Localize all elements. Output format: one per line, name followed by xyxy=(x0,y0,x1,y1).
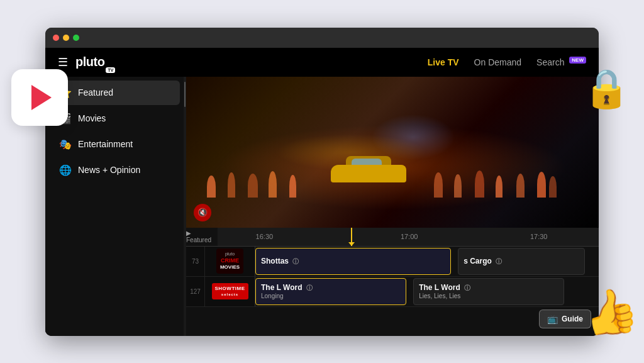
browser-dot-green[interactable] xyxy=(73,35,79,41)
car-body xyxy=(331,165,406,182)
content-area: ⭐ Featured 🎬 Movies 🎭 Entertainment 🌐 Ne… xyxy=(45,77,599,336)
program-subtitle-longing: Longing xyxy=(261,293,401,299)
guide-tv-icon: 📺 xyxy=(547,314,558,324)
hamburger-menu-button[interactable]: ☰ xyxy=(58,55,68,69)
program-title-cargo: s Cargo ⓘ xyxy=(464,257,579,266)
showtime-logo: SHOWTIME selects xyxy=(212,283,248,299)
sidebar-item-entertainment[interactable]: 🎭 Entertainment xyxy=(49,132,180,157)
program-title-lword1: The L Word ⓘ xyxy=(261,283,401,293)
crime-label: CRIME xyxy=(220,257,240,265)
program-lword-lies[interactable]: The L Word ⓘ Lies, Lies, Lies xyxy=(413,278,564,305)
sidebar-item-label-news: News + Opinion xyxy=(78,165,140,175)
crowd-scene xyxy=(186,77,599,228)
channel-row-73: 73 pluto CRIME MOVIES xyxy=(186,247,599,277)
timeline-header: ▶ Featured 16:30 17:00 17:30 xyxy=(186,228,599,247)
channel-logo-showtime: SHOWTIME selects xyxy=(205,277,255,306)
channels-list: 73 pluto CRIME MOVIES xyxy=(186,247,599,336)
mute-button[interactable]: 🔇 xyxy=(194,204,211,221)
info-icon-cargo[interactable]: ⓘ xyxy=(496,258,502,265)
news-icon: 🌐 xyxy=(59,164,72,176)
nav-link-search[interactable]: Search NEW xyxy=(536,57,586,67)
deco-play-icon xyxy=(11,69,68,126)
timeline-times: 16:30 17:00 17:30 xyxy=(218,228,599,246)
top-navigation: ☰ pluto TV Live TV On Demand Search NEW xyxy=(45,48,599,77)
program-title-shottas: Shottas ⓘ xyxy=(261,257,445,266)
guide-area: ▶ Featured 16:30 17:00 17:30 xyxy=(186,228,599,336)
pluto-label: pluto xyxy=(220,251,240,257)
logo: pluto TV xyxy=(75,55,115,69)
crime-movies-logo: pluto CRIME MOVIES xyxy=(216,249,243,273)
sidebar-item-label-movies: Movies xyxy=(78,113,106,123)
logo-tv-badge: TV xyxy=(106,67,115,73)
time-1730: 17:30 xyxy=(530,233,548,240)
program-title-lword2: The L Word ⓘ xyxy=(419,283,558,293)
search-new-badge: NEW xyxy=(569,57,586,64)
channel-number-127: 127 xyxy=(186,277,205,306)
nav-links: Live TV On Demand Search NEW xyxy=(428,57,586,67)
nav-link-on-demand[interactable]: On Demand xyxy=(474,57,521,67)
main-area: 🔇 ▶ Featured 16:30 xyxy=(186,77,599,336)
guide-button-label: Guide xyxy=(562,315,583,323)
channel-number-73: 73 xyxy=(186,247,205,276)
car-scene xyxy=(331,154,406,182)
video-player[interactable]: 🔇 xyxy=(186,77,599,228)
mute-icon: 🔇 xyxy=(197,208,208,217)
scroll-thumb xyxy=(184,82,186,107)
browser-window: ☰ pluto TV Live TV On Demand Search NEW … xyxy=(45,28,599,336)
deco-lock-icon: 🔒 xyxy=(583,66,630,111)
sidebar-item-movies[interactable]: 🎬 Movies xyxy=(49,106,180,131)
current-time-marker xyxy=(351,228,352,246)
timeline-label-area: ▶ Featured xyxy=(186,228,218,246)
nav-link-live-tv[interactable]: Live TV xyxy=(428,57,459,67)
app-container: ☰ pluto TV Live TV On Demand Search NEW … xyxy=(45,48,599,336)
movies-label: MOVIES xyxy=(220,264,240,271)
program-cargo[interactable]: s Cargo ⓘ xyxy=(458,248,585,275)
browser-chrome-bar xyxy=(45,28,599,48)
time-1700: 17:00 xyxy=(401,233,418,240)
video-background xyxy=(186,77,599,228)
showtime-label: SHOWTIME xyxy=(215,285,245,292)
channel-127-programs: The L Word ⓘ Longing The L Word ⓘ xyxy=(255,277,599,306)
program-shottas[interactable]: Shottas ⓘ xyxy=(255,248,451,275)
channel-row-127: 127 SHOWTIME selects The L Wo xyxy=(186,277,599,307)
logo-text: pluto xyxy=(75,55,104,69)
program-subtitle-lies: Lies, Lies, Lies xyxy=(419,293,558,299)
time-marker-arrow xyxy=(348,242,355,246)
info-icon-lword2[interactable]: ⓘ xyxy=(464,284,470,291)
info-icon-shottas[interactable]: ⓘ xyxy=(292,258,299,265)
featured-section-label: ▶ Featured xyxy=(186,230,218,243)
browser-dot-yellow[interactable] xyxy=(63,35,69,41)
deco-thumbs-icon: 👍 xyxy=(579,282,642,342)
sidebar-item-label-featured: Featured xyxy=(78,87,113,98)
info-icon-lword1[interactable]: ⓘ xyxy=(306,284,313,291)
entertainment-icon: 🎭 xyxy=(59,138,72,150)
showtime-selects-label: selects xyxy=(215,292,245,297)
play-triangle xyxy=(31,85,52,110)
sidebar-item-label-entertainment: Entertainment xyxy=(78,139,133,149)
channel-logo-crime-movies: pluto CRIME MOVIES xyxy=(205,247,255,276)
sidebar-item-featured[interactable]: ⭐ Featured xyxy=(49,81,180,105)
sidebar-item-news[interactable]: 🌐 News + Opinion xyxy=(49,158,180,182)
browser-dot-red[interactable] xyxy=(53,35,59,41)
time-1630: 16:30 xyxy=(256,233,274,240)
program-lword-longing[interactable]: The L Word ⓘ Longing xyxy=(255,278,406,305)
channel-73-programs: Shottas ⓘ s Cargo ⓘ xyxy=(255,247,599,276)
